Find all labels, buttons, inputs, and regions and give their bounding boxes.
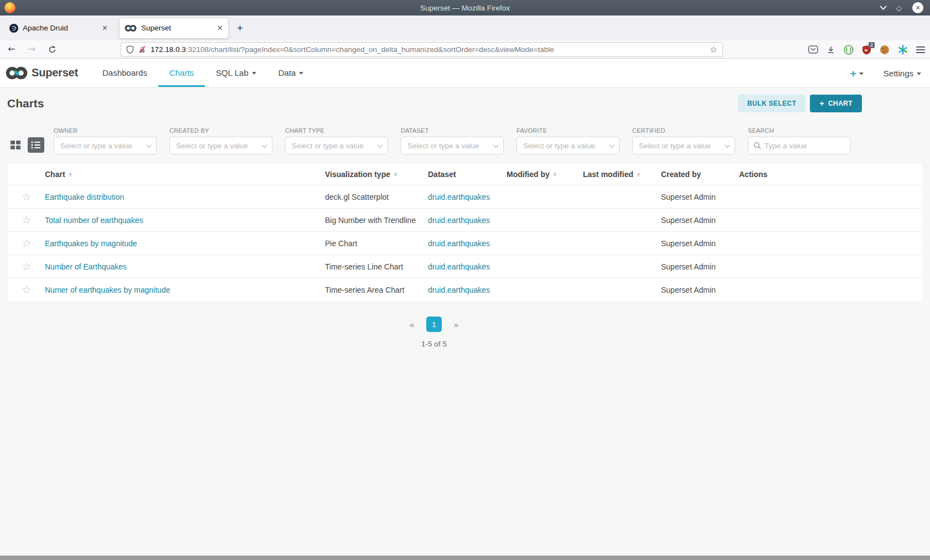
window-titlebar: Superset — Mozilla Firefox ◇ ✕	[0, 0, 930, 15]
viz-type-cell: Time-series Area Chart	[325, 286, 428, 294]
nav-item-dashboards[interactable]: Dashboards	[91, 59, 158, 87]
card-view-toggle-icon[interactable]	[10, 140, 21, 150]
bulk-select-button[interactable]: BULK SELECT	[738, 95, 805, 112]
firefox-icon	[4, 2, 16, 13]
extension-green-icon[interactable]	[844, 45, 854, 55]
dataset-select[interactable]: Select or type a value	[401, 137, 504, 154]
dataset-link[interactable]: druid.earthquakes	[428, 262, 490, 271]
viz-type-cell: Big Number with Trendline	[325, 216, 428, 225]
nav-item-sql-lab[interactable]: SQL Lab	[205, 59, 267, 87]
add-chart-button[interactable]: +CHART	[810, 95, 862, 112]
chart-link[interactable]: Number of Earthquakes	[45, 262, 127, 271]
menu-hamburger-icon[interactable]	[916, 46, 925, 54]
chevron-down-icon	[252, 72, 256, 75]
superset-logo[interactable]: Superset	[0, 59, 78, 87]
nav-item-charts[interactable]: Charts	[158, 59, 205, 87]
chart-link[interactable]: Earthquakes by magnitude	[45, 239, 137, 248]
prev-page-button[interactable]: «	[410, 320, 414, 329]
filter-label: CREATED BY	[169, 127, 272, 134]
favorite-select[interactable]: Select or type a value	[516, 137, 619, 154]
plus-icon: +	[850, 68, 856, 79]
list-view-toggle-icon[interactable]	[28, 137, 44, 153]
column-header-last-modified[interactable]: Last modified▲▼	[583, 170, 661, 179]
dataset-link[interactable]: druid.earthquakes	[428, 239, 490, 248]
certified-select[interactable]: Select or type a value	[632, 137, 735, 154]
dataset-link[interactable]: druid.earthquakes	[428, 193, 490, 201]
chart-type-select[interactable]: Select or type a value	[285, 137, 388, 154]
window-title: Superset — Mozilla Firefox	[0, 4, 930, 12]
tab-superset[interactable]: Superset ✕	[120, 18, 228, 38]
viz-type-cell: deck.gl Scatterplot	[325, 193, 428, 201]
close-icon[interactable]: ✕	[912, 2, 923, 13]
pocket-icon[interactable]	[808, 45, 818, 54]
next-page-button[interactable]: »	[454, 320, 458, 329]
reload-icon[interactable]	[48, 45, 56, 54]
filter-search: SEARCH	[748, 127, 851, 154]
extension-asterisk-icon[interactable]	[898, 45, 908, 55]
nav-item-data[interactable]: Data	[267, 59, 315, 87]
chart-link[interactable]: Total number of earthquakes	[45, 216, 143, 225]
adblock-shield-icon[interactable]: 2	[862, 45, 871, 55]
favorite-star-icon[interactable]: ☆	[8, 215, 45, 225]
created-by-cell: Superset Admin	[661, 216, 739, 225]
filter-certified: CERTIFIED Select or type a value	[632, 127, 735, 154]
tab-label: Superset	[141, 24, 213, 32]
column-header-chart[interactable]: Chart▲▼	[45, 170, 325, 179]
druid-icon	[9, 24, 18, 33]
column-header-actions: Actions	[739, 170, 922, 179]
filter-favorite: FAVORITE Select or type a value	[516, 127, 619, 154]
created-by-select[interactable]: Select or type a value	[169, 137, 272, 154]
back-icon[interactable]: ←	[8, 45, 15, 54]
owner-select[interactable]: Select or type a value	[54, 137, 157, 154]
tab-label: Apache Druid	[23, 24, 97, 32]
url-path: :32108/chart/list/?pageIndex=0&sortColum…	[186, 45, 554, 54]
viz-type-cell: Pie Chart	[325, 239, 428, 248]
search-input[interactable]	[764, 142, 842, 150]
brand-name: Superset	[32, 66, 78, 79]
favorite-star-icon[interactable]: ☆	[8, 191, 45, 202]
cookie-icon[interactable]	[880, 45, 890, 55]
dataset-link[interactable]: druid.earthquakes	[428, 286, 490, 294]
filter-label: DATASET	[401, 127, 504, 134]
tab-close-icon[interactable]: ✕	[102, 24, 108, 32]
table-row: ☆ Number of Earthquakes Time-series Line…	[8, 255, 922, 278]
chevron-down-icon	[493, 142, 499, 148]
favorite-star-icon[interactable]: ☆	[8, 238, 45, 248]
downloads-icon[interactable]	[826, 45, 835, 54]
created-by-cell: Superset Admin	[661, 262, 739, 271]
page-header: Charts BULK SELECT +CHART	[0, 87, 930, 120]
chart-link[interactable]: Earthquake distribution	[45, 193, 124, 201]
favorite-star-icon[interactable]: ☆	[8, 261, 45, 272]
viz-type-cell: Time-series Line Chart	[325, 262, 428, 271]
new-tab-button[interactable]: +	[237, 22, 243, 34]
insecure-lock-icon[interactable]	[138, 45, 146, 54]
shield-icon[interactable]	[126, 45, 134, 54]
dataset-link[interactable]: druid.earthquakes	[428, 216, 490, 225]
chevron-down-icon	[725, 142, 730, 148]
chevron-down-icon	[146, 142, 152, 148]
table-header-row: Chart▲▼ Visualization type▲▼ Dataset Mod…	[8, 164, 922, 185]
url-host: 172.18.0.3	[151, 45, 186, 54]
url-text: 172.18.0.3:32108/chart/list/?pageIndex=0…	[151, 45, 554, 54]
url-bar[interactable]: 172.18.0.3:32108/chart/list/?pageIndex=0…	[121, 42, 723, 57]
settings-menu[interactable]: Settings	[884, 69, 921, 78]
tab-close-icon[interactable]: ✕	[217, 24, 223, 32]
page-1-button[interactable]: 1	[426, 317, 442, 332]
bookmark-star-icon[interactable]: ☆	[710, 44, 717, 55]
table-row: ☆ Earthquake distribution deck.gl Scatte…	[8, 185, 922, 208]
favorite-star-icon[interactable]: ☆	[8, 284, 45, 295]
forward-icon[interactable]: →	[28, 45, 35, 54]
column-header-visualization-type[interactable]: Visualization type▲▼	[325, 170, 428, 179]
chevron-down-icon	[299, 72, 303, 75]
bottom-bar	[0, 556, 930, 560]
minimize-icon[interactable]	[880, 3, 887, 10]
tab-apache-druid[interactable]: Apache Druid ✕	[4, 18, 113, 38]
created-by-cell: Superset Admin	[661, 239, 739, 248]
column-header-modified-by[interactable]: Modified by▲▼	[507, 170, 583, 179]
browser-toolbar: ← → 172.18.0.3:32108/chart/list/?pageInd…	[0, 40, 930, 59]
chart-link[interactable]: Numer of earthquakes by magnitude	[45, 286, 170, 294]
maximize-icon[interactable]: ◇	[896, 4, 902, 12]
sort-icon: ▲▼	[637, 172, 640, 177]
created-by-cell: Superset Admin	[661, 286, 739, 294]
add-new-button[interactable]: +	[850, 68, 864, 79]
